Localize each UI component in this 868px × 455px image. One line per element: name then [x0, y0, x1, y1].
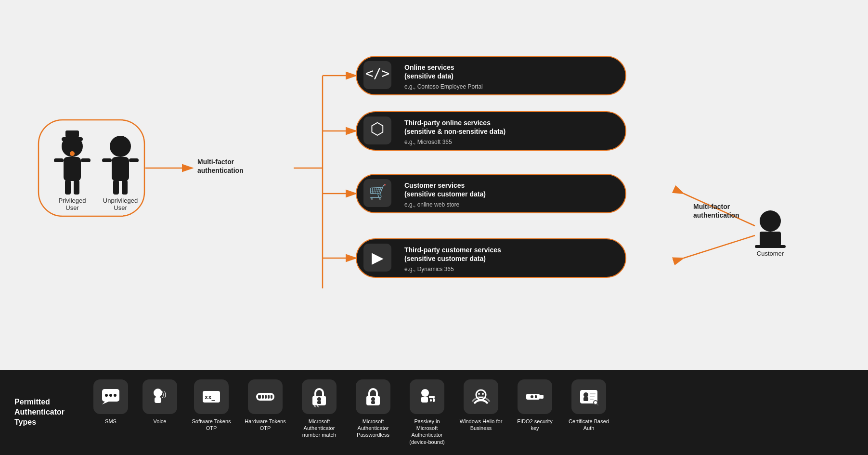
ms-passwordless-label: Microsoft Authenticator Passwordless [351, 418, 395, 439]
svg-rect-6 [54, 158, 64, 162]
svg-rect-38 [356, 239, 626, 277]
auth-item-cert: Certificate Based Auth [567, 379, 610, 432]
ms-number-match-icon: xx_ [309, 386, 330, 407]
svg-point-51 [105, 394, 108, 397]
ms-passwordless-icon [363, 386, 384, 407]
svg-text:(sensitive customer data): (sensitive customer data) [404, 190, 486, 198]
auth-item-ms-number-match: xx_ Microsoft Authenticator number match [298, 379, 341, 439]
hardware-otp-icon [255, 386, 276, 407]
svg-rect-15 [113, 180, 119, 195]
svg-text:</>: </> [365, 65, 390, 81]
unprivileged-user-label: Unprivileged [103, 197, 138, 204]
sms-label: SMS [105, 418, 117, 425]
svg-rect-56 [155, 397, 161, 403]
auth-item-ms-passwordless: Microsoft Authenticator Passwordless [351, 379, 395, 439]
svg-text:User: User [114, 204, 127, 211]
svg-point-53 [114, 394, 117, 397]
auth-types-list: SMS )) Voice xx_ Software Tokens OTP [91, 379, 854, 445]
service2-example: e.g., Microsoft 365 [404, 139, 452, 145]
svg-rect-16 [122, 180, 128, 195]
svg-rect-7 [81, 158, 91, 162]
svg-rect-9 [74, 180, 79, 195]
svg-rect-82 [540, 395, 544, 399]
svg-rect-62 [262, 395, 264, 399]
svg-rect-76 [433, 398, 435, 402]
passkey-icon [416, 386, 438, 407]
auth-item-fido2: FIDO2 security key [513, 379, 557, 432]
svg-rect-61 [258, 395, 261, 399]
privileged-user-label: Privileged [58, 197, 86, 204]
svg-point-4 [70, 151, 75, 156]
software-otp-icon-box: xx_ [194, 379, 229, 414]
svg-point-67 [317, 397, 321, 401]
svg-rect-14 [129, 158, 139, 162]
architecture-diagram: Privileged User Unprivileged User Multi-… [19, 43, 847, 332]
auth-item-hardware-otp: Hardware Tokens OTP [244, 379, 287, 432]
svg-rect-63 [265, 395, 267, 399]
svg-rect-5 [64, 157, 81, 181]
service4-example: e.g., Dynamics 365 [404, 266, 454, 273]
svg-point-86 [583, 392, 588, 397]
voice-icon-box: )) [143, 379, 177, 414]
svg-point-79 [478, 393, 480, 395]
hardware-otp-label: Hardware Tokens OTP [244, 418, 287, 432]
svg-text:authentication: authentication [693, 211, 739, 219]
cert-icon [578, 386, 599, 407]
ms-number-match-label: Microsoft Authenticator number match [298, 418, 341, 439]
svg-rect-65 [271, 395, 272, 399]
svg-point-80 [482, 393, 484, 395]
windows-hello-icon-box [464, 379, 498, 414]
auth-item-voice: )) Voice [141, 379, 179, 425]
svg-rect-43 [760, 232, 781, 246]
voice-icon: )) [149, 386, 170, 407]
svg-rect-13 [102, 158, 112, 162]
svg-text:User: User [65, 204, 79, 211]
svg-text:▶: ▶ [372, 249, 384, 266]
fido2-icon [524, 386, 545, 407]
voice-label: Voice [154, 418, 167, 425]
auth-item-windows-hello: Windows Hello for Business [459, 379, 503, 432]
svg-marker-54 [102, 402, 109, 404]
permitted-label: Permitted Authenticator Types [14, 397, 82, 427]
svg-text:🛒: 🛒 [369, 183, 387, 201]
auth-item-sms: SMS [91, 379, 130, 425]
svg-line-46 [684, 235, 755, 258]
svg-point-11 [110, 136, 131, 157]
svg-rect-44 [755, 245, 786, 248]
svg-text:(sensitive customer data): (sensitive customer data) [404, 255, 486, 262]
svg-text:xx_: xx_ [205, 394, 215, 401]
software-otp-label: Software Tokens OTP [190, 418, 233, 432]
svg-rect-12 [112, 157, 129, 181]
mfa-left-label: Multi-factor [197, 158, 234, 166]
fido2-icon-box [518, 379, 552, 414]
svg-rect-2 [62, 137, 83, 141]
svg-text:(sensitive data): (sensitive data) [404, 72, 453, 80]
cert-icon-box [571, 379, 606, 414]
svg-text:(sensitive & non-sensitive dat: (sensitive & non-sensitive data) [404, 128, 505, 135]
service1-example: e.g., Contoso Employee Portal [404, 83, 483, 90]
service3-example: e.g., online web store [404, 201, 459, 208]
svg-rect-74 [421, 397, 428, 403]
bottom-authenticator-bar: Permitted Authenticator Types SMS [0, 370, 868, 455]
svg-point-42 [760, 210, 781, 232]
service4-title: Third-party customer services [404, 246, 501, 254]
svg-rect-64 [268, 395, 270, 399]
windows-hello-icon [470, 386, 492, 407]
svg-rect-87 [583, 397, 588, 401]
svg-rect-84 [535, 395, 537, 398]
windows-hello-label: Windows Hello for Business [459, 418, 503, 432]
service3-title: Customer services [404, 182, 465, 189]
service2-title: Third-party online services [404, 119, 491, 127]
svg-text:authentication: authentication [197, 167, 244, 174]
auth-item-software-otp: xx_ Software Tokens OTP [190, 379, 233, 432]
ms-number-match-icon-box: xx_ [302, 379, 337, 414]
svg-point-71 [371, 397, 375, 401]
svg-rect-34 [356, 174, 626, 213]
fido2-label: FIDO2 security key [513, 418, 557, 432]
svg-rect-77 [430, 399, 432, 402]
svg-line-93 [597, 404, 598, 405]
svg-point-55 [154, 389, 162, 397]
svg-rect-89 [590, 396, 595, 397]
svg-rect-90 [590, 399, 594, 400]
auth-item-passkey: Passkey in Microsoft Authenticator (devi… [405, 379, 449, 445]
